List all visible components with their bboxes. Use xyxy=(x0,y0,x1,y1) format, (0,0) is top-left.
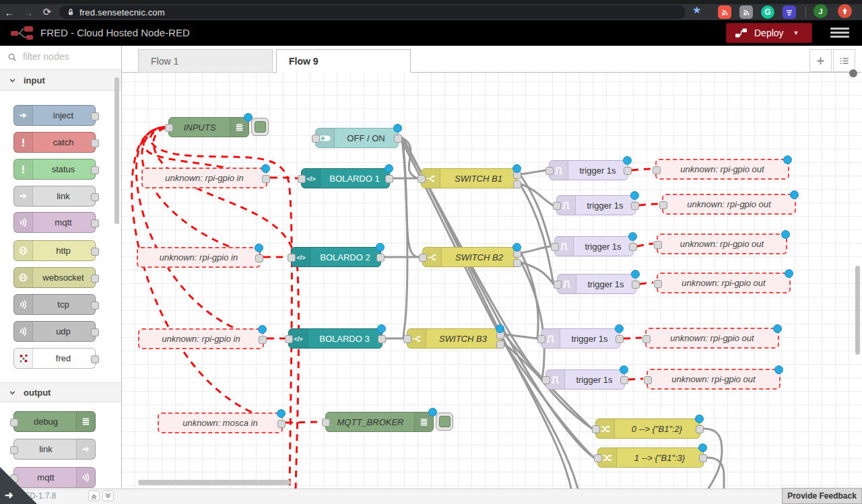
flow-node-trigger-3[interactable]: trigger 1s xyxy=(554,236,634,256)
palette-node-debug[interactable]: debug xyxy=(13,411,96,432)
flow-node-unknown-rpi-gpio-in-1[interactable]: unknown: rpi-gpio in xyxy=(141,168,267,188)
flow-node-unknown-rpi-gpio-out-2[interactable]: unknown: rpi-gpio out xyxy=(662,194,796,215)
output-port-2[interactable] xyxy=(496,340,504,349)
profile-avatar[interactable]: J xyxy=(814,4,828,18)
input-port[interactable] xyxy=(298,175,306,183)
input-port[interactable] xyxy=(10,419,18,427)
flow-node-unknown-rpi-gpio-out-1[interactable]: unknown: rpi-gpio out xyxy=(655,159,789,180)
output-port[interactable] xyxy=(632,281,640,289)
add-flow-button[interactable] xyxy=(809,49,832,72)
debug-toggle-button[interactable] xyxy=(251,118,269,136)
output-port[interactable] xyxy=(699,454,707,462)
output-port[interactable] xyxy=(385,175,393,183)
palette-scrollbar[interactable] xyxy=(114,77,119,224)
flow-node-trigger-2[interactable]: trigger 1s xyxy=(556,195,636,215)
output-port[interactable] xyxy=(631,202,639,210)
output-port[interactable] xyxy=(262,175,270,183)
output-port-2[interactable] xyxy=(513,259,521,267)
input-port[interactable] xyxy=(553,202,561,210)
palette-node-inject[interactable]: inject xyxy=(13,105,96,126)
grammarly-extension-icon[interactable]: G xyxy=(761,5,774,19)
input-port[interactable] xyxy=(10,446,18,454)
input-port[interactable] xyxy=(322,419,330,427)
flow-node-unknown-rpi-gpio-out-6[interactable]: unknown: rpi-gpio out xyxy=(646,369,781,390)
flow-node-unknown-rpi-gpio-in-3[interactable]: unknown: rpi-gpio in xyxy=(138,328,264,349)
input-port[interactable] xyxy=(654,241,662,249)
rss-extension-icon[interactable] xyxy=(718,5,731,19)
palette-node-websocket[interactable]: websocket xyxy=(13,267,96,288)
input-port[interactable] xyxy=(551,243,559,251)
palette-node-udp[interactable]: udp xyxy=(13,321,96,342)
palette-node-tcp[interactable]: tcp xyxy=(13,294,96,315)
flow-node-mqtt-broker-debug[interactable]: MQTT_BROKER xyxy=(325,412,434,432)
flow-node-change-b1-2[interactable]: 0 --> {"B1":2} xyxy=(595,419,700,439)
flow-node-bolardo-3[interactable]: BOLARDO 3 xyxy=(288,328,383,349)
deploy-button[interactable]: Deploy ▼ xyxy=(726,23,812,43)
input-port[interactable] xyxy=(418,175,426,183)
flow-list-button[interactable] xyxy=(833,49,855,72)
rss-gray-extension-icon[interactable] xyxy=(739,5,753,19)
output-port[interactable] xyxy=(620,376,628,384)
flow-node-unknown-rpi-gpio-out-4[interactable]: unknown: rpi-gpio out xyxy=(657,273,791,293)
output-port[interactable] xyxy=(259,336,267,344)
input-port[interactable] xyxy=(592,425,600,433)
output-port[interactable] xyxy=(255,254,263,262)
output-port[interactable] xyxy=(91,275,99,283)
input-port[interactable] xyxy=(419,254,427,262)
output-port[interactable] xyxy=(91,248,99,256)
palette-node-status[interactable]: status xyxy=(13,159,96,180)
output-port[interactable] xyxy=(91,219,99,227)
flow-node-trigger-4[interactable]: trigger 1s xyxy=(557,274,636,294)
output-port-2[interactable] xyxy=(513,180,521,188)
output-port[interactable] xyxy=(696,425,704,433)
flow-node-change-b1-3[interactable]: 1 --> {"B1":3} xyxy=(597,447,704,468)
output-port[interactable] xyxy=(277,420,286,428)
flow-node-trigger-1[interactable]: trigger 1s xyxy=(549,160,628,180)
input-port[interactable] xyxy=(542,376,550,384)
input-port[interactable] xyxy=(654,280,662,288)
flow-node-unknown-rpi-gpio-in-2[interactable]: unknown: rpi-gpio in xyxy=(137,247,261,268)
input-port[interactable] xyxy=(537,335,545,343)
address-bar[interactable]: fred.sensetecnic.com xyxy=(59,5,686,19)
flow-node-switch-b3[interactable]: SWITCH B3 xyxy=(407,328,501,349)
output-port[interactable] xyxy=(91,166,99,174)
input-port[interactable] xyxy=(642,335,651,343)
input-port[interactable] xyxy=(312,135,320,143)
flow-node-bolardo-2[interactable]: BOLARDO 2 xyxy=(291,247,381,267)
input-port[interactable] xyxy=(403,335,411,343)
debug-toggle-button[interactable] xyxy=(436,412,453,431)
category-input[interactable]: input xyxy=(0,69,121,91)
filter-nodes-input[interactable] xyxy=(22,50,117,63)
input-port[interactable] xyxy=(644,376,652,384)
palette-node-catch[interactable]: catch xyxy=(13,132,96,153)
menu-button[interactable] xyxy=(830,26,849,40)
flow-node-trigger-5[interactable]: trigger 1s xyxy=(541,328,620,349)
output-port[interactable] xyxy=(629,243,637,251)
output-port[interactable] xyxy=(91,112,99,120)
category-output[interactable]: output xyxy=(0,382,121,402)
provide-feedback-button[interactable]: Provide Feedback xyxy=(782,488,862,504)
collapse-all-button[interactable] xyxy=(88,491,100,501)
flow-node-unknown-rpi-gpio-out-5[interactable]: unknown: rpi-gpio out xyxy=(645,328,779,349)
input-port[interactable] xyxy=(659,201,667,209)
bookmark-star-icon[interactable]: ★ xyxy=(692,4,701,16)
input-port[interactable] xyxy=(285,335,293,343)
broken-wire[interactable] xyxy=(286,422,322,423)
flow-node-inputs-debug[interactable]: INPUTS xyxy=(168,117,249,137)
palette-node-http[interactable]: http xyxy=(13,240,96,261)
output-port[interactable] xyxy=(376,254,385,262)
expand-all-button[interactable] xyxy=(102,491,114,501)
palette-node-fred[interactable]: fred xyxy=(13,348,96,369)
back-icon[interactable]: ← xyxy=(0,7,19,18)
flow-node-switch-b2[interactable]: SWITCH B2 xyxy=(422,247,518,267)
input-port[interactable] xyxy=(653,166,661,174)
output-port[interactable] xyxy=(616,335,624,343)
flow-node-switch-b1[interactable]: SWITCH B1 xyxy=(421,168,518,188)
deploy-caret-icon[interactable]: ▼ xyxy=(793,30,799,36)
output-port[interactable] xyxy=(394,135,402,143)
canvas-vertical-scrollbar[interactable] xyxy=(855,266,860,355)
browser-update-icon[interactable] xyxy=(838,4,852,18)
flow-node-unknown-rpi-gpio-out-3[interactable]: unknown: rpi-gpio out xyxy=(657,233,787,254)
output-port[interactable] xyxy=(91,139,99,147)
forward-icon[interactable]: → xyxy=(19,7,38,18)
